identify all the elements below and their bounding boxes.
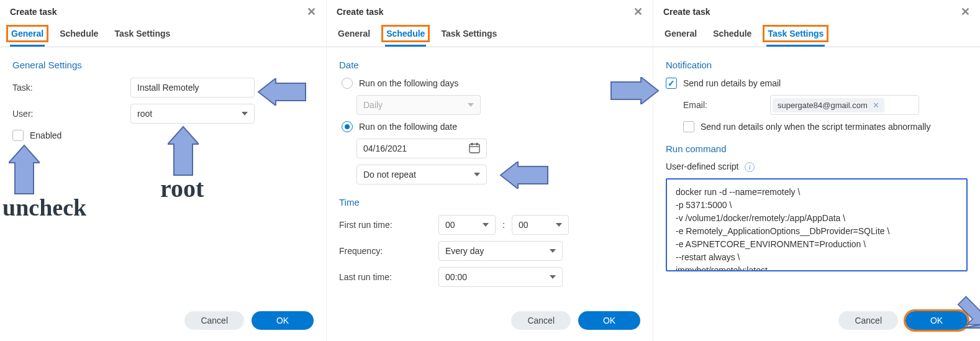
checkbox-icon [666, 78, 677, 89]
minute-value: 00 [519, 220, 529, 230]
script-label-row: User-defined script i [666, 161, 968, 172]
tab-task-settings[interactable]: Task Settings [440, 24, 498, 47]
radio-run-days-label: Run on the following days [359, 78, 458, 88]
enabled-checkbox[interactable]: Enabled [12, 130, 314, 141]
minute-select[interactable]: 00 [512, 215, 569, 235]
radio-run-date-label: Run on the following date [359, 122, 457, 132]
email-label: Email: [683, 100, 770, 110]
abnormal-label: Send run details only when the script te… [701, 122, 930, 132]
enabled-label: Enabled [30, 130, 61, 140]
checkbox-icon [683, 121, 694, 132]
frequency-value: Every day [445, 246, 484, 256]
email-chip: supergate84@gmail.com ✕ [773, 98, 884, 112]
script-label: User-defined script [666, 161, 739, 171]
window-title: Create task [337, 7, 384, 17]
last-run-select[interactable]: 00:00 [438, 267, 563, 287]
tab-general[interactable]: General [663, 24, 698, 47]
window-title: Create task [10, 7, 57, 17]
section-run-command: Run command [666, 143, 968, 154]
chevron-down-icon [556, 223, 562, 227]
repeat-value: Do not repeat [363, 170, 416, 180]
chevron-down-icon [468, 103, 474, 107]
date-value: 04/16/2021 [363, 143, 407, 153]
info-icon[interactable]: i [745, 162, 755, 172]
tab-general[interactable]: General [10, 24, 45, 47]
frequency-select[interactable]: Every day [438, 241, 563, 261]
svg-rect-3 [476, 143, 478, 145]
cancel-button[interactable]: Cancel [511, 311, 571, 330]
close-icon[interactable]: ✕ [961, 6, 970, 17]
abnormal-checkbox[interactable]: Send run details only when the script te… [683, 121, 968, 132]
window-title: Create task [663, 7, 710, 17]
dialog-task-settings: Create task ✕ General Schedule Task Sett… [653, 0, 980, 341]
section-notification: Notification [666, 60, 968, 70]
svg-rect-0 [470, 144, 479, 153]
ok-button[interactable]: OK [905, 311, 968, 330]
user-label: User: [12, 109, 130, 119]
tabs: General Schedule Task Settings [0, 21, 326, 47]
chevron-down-icon [550, 249, 556, 253]
last-run-label: Last run time: [339, 272, 438, 282]
chevron-down-icon [483, 223, 489, 227]
user-select[interactable]: root [130, 104, 255, 124]
send-email-checkbox[interactable]: Send run details by email [666, 78, 968, 89]
calendar-icon [469, 142, 480, 155]
email-input[interactable]: supergate84@gmail.com ✕ [770, 95, 919, 115]
cancel-button[interactable]: Cancel [184, 311, 244, 330]
time-colon: : [501, 220, 507, 230]
dialog-schedule: Create task ✕ General Schedule Task Sett… [327, 0, 653, 341]
radio-run-days[interactable]: Run on the following days [342, 78, 640, 89]
close-icon[interactable]: ✕ [307, 6, 316, 17]
task-input[interactable] [130, 78, 255, 98]
close-icon[interactable]: ✕ [633, 6, 643, 17]
titlebar: Create task ✕ [327, 0, 653, 21]
repeat-select[interactable]: Do not repeat [356, 165, 487, 184]
dialog-general: Create task ✕ General Schedule Task Sett… [0, 0, 327, 341]
daily-select-value: Daily [363, 100, 383, 110]
tab-task-settings[interactable]: Task Settings [113, 24, 171, 47]
frequency-label: Frequency: [339, 246, 438, 256]
section-general-settings: General Settings [12, 60, 314, 70]
tab-schedule[interactable]: Schedule [712, 24, 753, 47]
task-label: Task: [12, 83, 130, 93]
last-run-value: 00:00 [445, 272, 467, 282]
tab-schedule[interactable]: Schedule [385, 24, 426, 47]
titlebar: Create task ✕ [0, 0, 326, 21]
tab-general[interactable]: General [337, 24, 371, 47]
daily-select: Daily [356, 95, 481, 115]
radio-run-date[interactable]: Run on the following date [342, 121, 640, 132]
titlebar: Create task ✕ [653, 0, 980, 21]
cancel-button[interactable]: Cancel [838, 311, 898, 330]
chevron-down-icon [550, 275, 556, 279]
tab-task-settings[interactable]: Task Settings [766, 24, 825, 47]
first-run-label: First run time: [339, 220, 438, 230]
chevron-down-icon [474, 173, 480, 176]
ok-button[interactable]: OK [252, 311, 314, 330]
send-email-label: Send run details by email [683, 78, 781, 88]
tabs: General Schedule Task Settings [653, 21, 980, 47]
ok-button[interactable]: OK [578, 311, 640, 330]
chevron-down-icon [242, 112, 248, 116]
script-textarea[interactable]: docker run -d --name=remotely \ -p 5371:… [666, 178, 968, 271]
tab-schedule[interactable]: Schedule [58, 24, 99, 47]
date-input[interactable]: 04/16/2021 [356, 139, 487, 158]
section-date: Date [339, 60, 640, 70]
svg-rect-2 [471, 143, 473, 145]
radio-icon [342, 78, 353, 89]
radio-icon [342, 121, 353, 132]
tabs: General Schedule Task Settings [327, 21, 653, 47]
section-time: Time [339, 197, 640, 207]
email-value: supergate84@gmail.com [778, 101, 868, 110]
checkbox-icon [12, 130, 24, 141]
hour-value: 00 [445, 220, 455, 230]
user-select-value: root [137, 109, 152, 119]
remove-chip-icon[interactable]: ✕ [873, 101, 879, 110]
hour-select[interactable]: 00 [438, 215, 496, 235]
